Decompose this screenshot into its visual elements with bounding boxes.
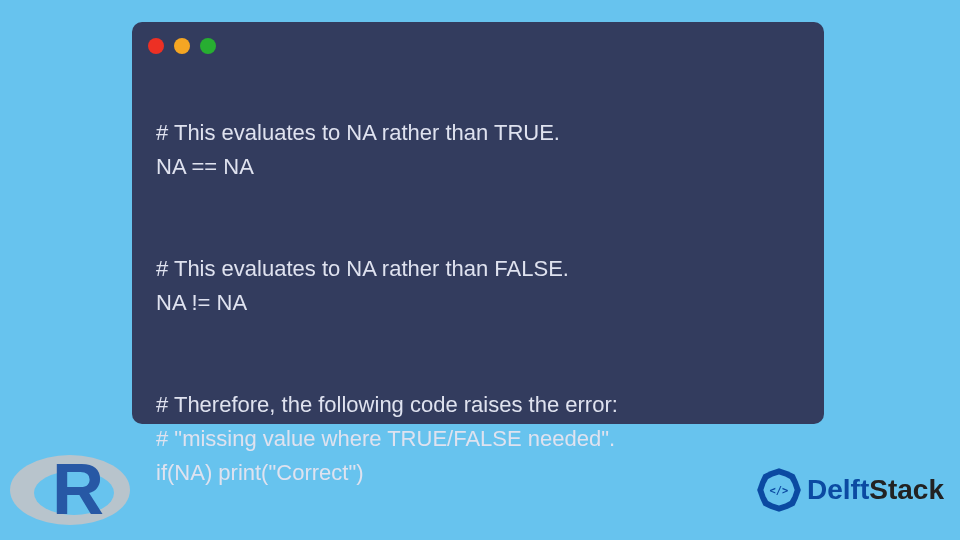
- code-blank-line: [156, 184, 800, 218]
- r-logo-letter: R: [52, 453, 104, 525]
- code-line: # Therefore, the following code raises t…: [156, 392, 618, 417]
- code-line: if(NA) print("Correct"): [156, 460, 364, 485]
- delftstack-gear-icon: </>: [753, 464, 805, 516]
- code-line: # This evaluates to NA rather than FALSE…: [156, 256, 569, 281]
- code-line: NA == NA: [156, 154, 254, 179]
- brand-text-stack: Stack: [869, 474, 944, 505]
- minimize-icon: [174, 38, 190, 54]
- window-titlebar: [148, 38, 216, 54]
- delftstack-logo: </> DelftStack: [753, 464, 944, 516]
- code-window: # This evaluates to NA rather than TRUE.…: [132, 22, 824, 424]
- close-icon: [148, 38, 164, 54]
- brand-text-delft: Delft: [807, 474, 869, 505]
- code-block: # This evaluates to NA rather than TRUE.…: [156, 82, 800, 524]
- code-line: # "missing value where TRUE/FALSE needed…: [156, 426, 615, 451]
- maximize-icon: [200, 38, 216, 54]
- r-logo: R: [0, 440, 140, 540]
- page: # This evaluates to NA rather than TRUE.…: [0, 0, 960, 540]
- code-blank-line: [156, 320, 800, 354]
- delftstack-wordmark: DelftStack: [807, 474, 944, 506]
- code-line: # This evaluates to NA rather than TRUE.: [156, 120, 560, 145]
- svg-text:</>: </>: [770, 484, 789, 496]
- code-line: NA != NA: [156, 290, 247, 315]
